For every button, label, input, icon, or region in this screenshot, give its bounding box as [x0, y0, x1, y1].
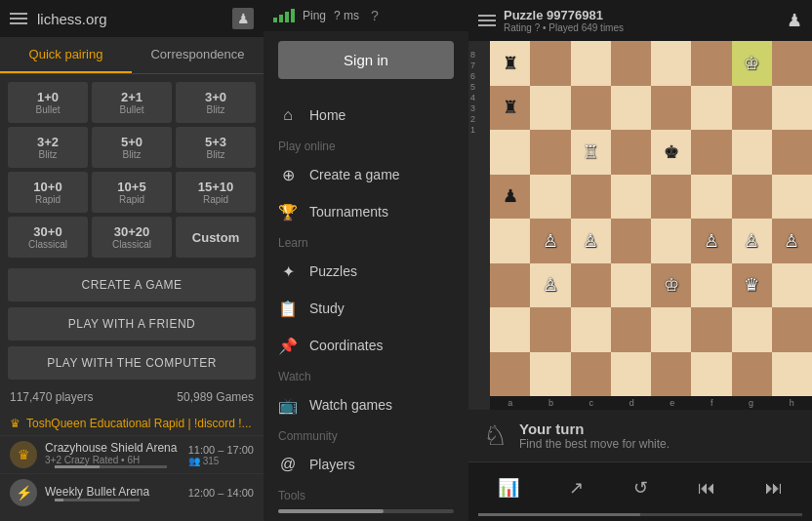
help-icon[interactable]: ? [371, 8, 379, 23]
time-30-0[interactable]: 30+0Classical [8, 217, 88, 258]
square-g3[interactable]: ♛ [732, 263, 772, 308]
square-c2[interactable] [571, 307, 611, 352]
square-d4[interactable] [611, 219, 651, 263]
tournament-item-1[interactable]: ♛ Crazyhouse Shield Arena 3+2 Crazy Rate… [0, 435, 264, 473]
share-button[interactable]: ↗ [559, 472, 593, 503]
time-10-5[interactable]: 10+5Rapid [92, 172, 172, 213]
square-g6[interactable] [732, 130, 772, 175]
square-d7[interactable] [611, 86, 651, 131]
square-b8[interactable] [530, 41, 570, 86]
square-c1[interactable] [571, 352, 611, 397]
sign-in-button[interactable]: Sign in [278, 41, 454, 79]
mid-scrollbar[interactable] [278, 509, 454, 513]
square-f8[interactable] [691, 41, 731, 86]
nav-puzzles[interactable]: ✦ Puzzles [264, 253, 468, 290]
square-c7[interactable] [571, 86, 611, 131]
square-b4[interactable]: ♙ [530, 219, 570, 263]
square-d2[interactable] [611, 307, 651, 352]
nav-home[interactable]: ⌂ Home [264, 97, 468, 134]
tab-correspondence[interactable]: Correspondence [132, 37, 264, 73]
nav-watch-games[interactable]: 📺 Watch games [264, 386, 468, 423]
square-h3[interactable] [772, 263, 812, 308]
square-b6[interactable] [530, 130, 570, 175]
nav-coordinates[interactable]: 📌 Coordinates [264, 327, 468, 364]
rewind-button[interactable]: ⏮ [688, 473, 725, 503]
square-h1[interactable] [772, 352, 812, 397]
play-computer-button[interactable]: PLAY WITH THE COMPUTER [8, 346, 256, 380]
analysis-button[interactable]: 📊 [488, 472, 529, 503]
square-e5[interactable] [651, 175, 691, 220]
play-friend-button[interactable]: PLAY WITH A FRIEND [8, 307, 256, 341]
time-1-0[interactable]: 1+0Bullet [8, 82, 88, 123]
square-f5[interactable] [691, 175, 731, 220]
tournament-item-2[interactable]: ⚡ Weekly Bullet Arena 12:00 – 14:00 [0, 473, 264, 511]
undo-button[interactable]: ↺ [624, 472, 658, 503]
square-e8[interactable] [651, 41, 691, 86]
square-h5[interactable] [772, 175, 812, 220]
square-d3[interactable] [611, 263, 651, 308]
time-15-10[interactable]: 15+10Rapid [176, 172, 256, 213]
square-c8[interactable] [571, 41, 611, 86]
square-b5[interactable] [530, 175, 570, 220]
square-a1[interactable] [490, 352, 530, 397]
time-custom[interactable]: Custom [176, 217, 256, 258]
square-a7[interactable]: ♜ [490, 86, 530, 131]
time-3-2[interactable]: 3+2Blitz [8, 127, 88, 168]
square-e3[interactable]: ♔ [651, 263, 691, 308]
nav-tournaments[interactable]: 🏆 Tournaments [264, 193, 468, 230]
square-e7[interactable] [651, 86, 691, 131]
time-2-1[interactable]: 2+1Bullet [92, 82, 172, 123]
square-g2[interactable] [732, 307, 772, 352]
square-d5[interactable] [611, 175, 651, 220]
create-game-button[interactable]: CREATE A GAME [8, 268, 256, 301]
square-h8[interactable] [772, 41, 812, 86]
square-f4[interactable]: ♙ [691, 219, 731, 263]
square-c4[interactable]: ♙ [571, 219, 611, 263]
square-g5[interactable] [732, 175, 772, 220]
square-b7[interactable] [530, 86, 570, 131]
square-d1[interactable] [611, 352, 651, 397]
square-h7[interactable] [772, 86, 812, 131]
square-a5[interactable]: ♟ [490, 175, 530, 220]
time-3-0[interactable]: 3+0Blitz [176, 82, 256, 123]
square-e6[interactable]: ♚ [651, 130, 691, 175]
time-10-0[interactable]: 10+0Rapid [8, 172, 88, 213]
square-c5[interactable] [571, 175, 611, 220]
nav-create-game[interactable]: ⊕ Create a game [264, 156, 468, 193]
time-5-3[interactable]: 5+3Blitz [176, 127, 256, 168]
square-h2[interactable] [772, 307, 812, 352]
square-a6[interactable] [490, 130, 530, 175]
square-a8[interactable]: ♜ [490, 41, 530, 86]
square-g7[interactable] [732, 86, 772, 131]
time-30-20[interactable]: 30+20Classical [92, 217, 172, 258]
square-g8[interactable]: ♔ [732, 41, 772, 86]
square-g4[interactable]: ♙ [732, 219, 772, 263]
nav-study[interactable]: 📋 Study [264, 290, 468, 327]
tab-quick-pairing[interactable]: Quick pairing [0, 37, 132, 73]
square-d8[interactable] [611, 41, 651, 86]
square-f7[interactable] [691, 86, 731, 131]
square-a3[interactable] [490, 263, 530, 308]
square-b1[interactable] [530, 352, 570, 397]
chess-board[interactable]: ♜♔♜♖♚♟♙♙♙♙♙♙♔♛ [490, 41, 812, 396]
right-hamburger-menu[interactable] [478, 15, 496, 26]
square-g1[interactable] [732, 352, 772, 397]
time-5-0[interactable]: 5+0Blitz [92, 127, 172, 168]
square-f3[interactable] [691, 263, 731, 308]
square-h4[interactable]: ♙ [772, 219, 812, 263]
square-f1[interactable] [691, 352, 731, 397]
hamburger-menu[interactable] [10, 13, 27, 24]
nav-players[interactable]: @ Players [264, 446, 468, 483]
square-d6[interactable] [611, 130, 651, 175]
forward-button[interactable]: ⏭ [755, 473, 792, 503]
square-c3[interactable] [571, 263, 611, 308]
square-h6[interactable] [772, 130, 812, 175]
square-f2[interactable] [691, 307, 731, 352]
square-a4[interactable] [490, 219, 530, 263]
square-b2[interactable] [530, 307, 570, 352]
square-b3[interactable]: ♙ [530, 263, 570, 308]
square-e1[interactable] [651, 352, 691, 397]
square-a2[interactable] [490, 307, 530, 352]
square-f6[interactable] [691, 130, 731, 175]
square-c6[interactable]: ♖ [571, 130, 611, 175]
